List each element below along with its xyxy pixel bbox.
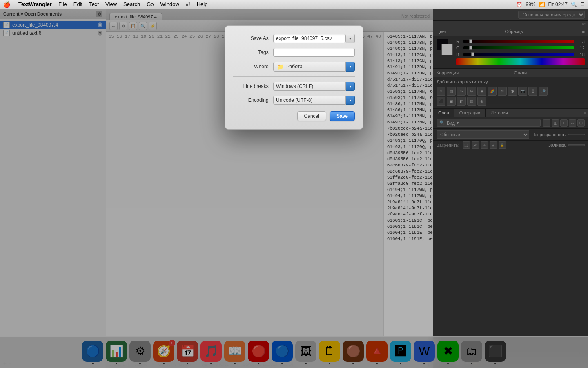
where-dropdown-btn[interactable]: ▾ <box>346 62 355 72</box>
time-icon: ⏰ <box>516 2 522 7</box>
encoding-label: Encoding: <box>233 97 270 103</box>
wifi-icon: 📶 <box>539 2 545 7</box>
save-as-row: Save As: ▾ <box>233 34 355 43</box>
folder-icon: 📁 <box>277 63 284 70</box>
menu-window[interactable]: Window <box>157 0 183 9</box>
where-value: Работа <box>286 64 303 70</box>
encoding-wrapper: Unicode (UTF-8) ▾ <box>273 96 355 105</box>
save-as-dropdown[interactable]: ▾ <box>346 34 355 43</box>
battery-status: 99% <box>526 2 535 7</box>
menu-help[interactable]: Help <box>194 0 211 9</box>
menu-go[interactable]: Go <box>143 0 157 9</box>
cancel-button[interactable]: Cancel <box>297 111 326 121</box>
dialog-buttons: Cancel Save <box>233 111 355 121</box>
encoding-select[interactable]: Unicode (UTF-8) <box>273 96 346 105</box>
main-area: Currently Open Documents ⚙ 📄 export_file… <box>0 9 588 368</box>
spotlight-icon[interactable]: 🔍 <box>571 2 577 7</box>
save-dialog: Save As: ▾ Tags: Where: 📁 Работа <box>225 25 363 130</box>
list-icon[interactable]: ☰ <box>580 2 585 7</box>
menu-view[interactable]: View <box>102 0 120 9</box>
tags-row: Tags: <box>233 48 355 57</box>
save-as-input-wrapper: ▾ <box>273 34 355 43</box>
where-select-wrapper: 📁 Работа ▾ <box>273 62 355 72</box>
app-name[interactable]: TextWrangler <box>15 0 55 9</box>
current-time: Пт 02:47 <box>548 2 568 7</box>
menu-search[interactable]: Search <box>120 0 143 9</box>
menu-bar: 🍎 TextWrangler File Edit Text View Searc… <box>0 0 588 9</box>
where-folder-btn[interactable]: 📁 Работа <box>273 62 346 72</box>
save-as-input[interactable] <box>273 34 346 43</box>
menu-hash[interactable]: #! <box>183 0 194 9</box>
menu-edit[interactable]: Edit <box>70 0 86 9</box>
tags-input[interactable] <box>273 48 355 57</box>
save-as-label: Save As: <box>233 36 270 41</box>
line-breaks-select[interactable]: Windows (CRLF) <box>273 82 346 91</box>
menu-text[interactable]: Text <box>86 0 102 9</box>
menu-bar-right: ⏰ 99% 📶 Пт 02:47 🔍 ☰ <box>516 2 585 7</box>
encoding-row: Encoding: Unicode (UTF-8) ▾ <box>233 96 355 105</box>
line-breaks-label: Line breaks: <box>233 83 270 89</box>
where-label: Where: <box>233 64 270 70</box>
dialog-divider <box>233 76 355 77</box>
line-breaks-row: Line breaks: Windows (CRLF) ▾ <box>233 82 355 91</box>
where-row: Where: 📁 Работа ▾ <box>233 62 355 72</box>
menu-file[interactable]: File <box>55 0 70 9</box>
line-breaks-dropdown[interactable]: ▾ <box>346 82 355 91</box>
encoding-dropdown[interactable]: ▾ <box>346 96 355 105</box>
line-breaks-wrapper: Windows (CRLF) ▾ <box>273 82 355 91</box>
apple-menu[interactable]: 🍎 <box>3 1 10 8</box>
save-button[interactable]: Save <box>330 111 355 121</box>
dialog-overlay: Save As: ▾ Tags: Where: 📁 Работа <box>0 9 588 368</box>
tags-label: Tags: <box>233 49 270 55</box>
